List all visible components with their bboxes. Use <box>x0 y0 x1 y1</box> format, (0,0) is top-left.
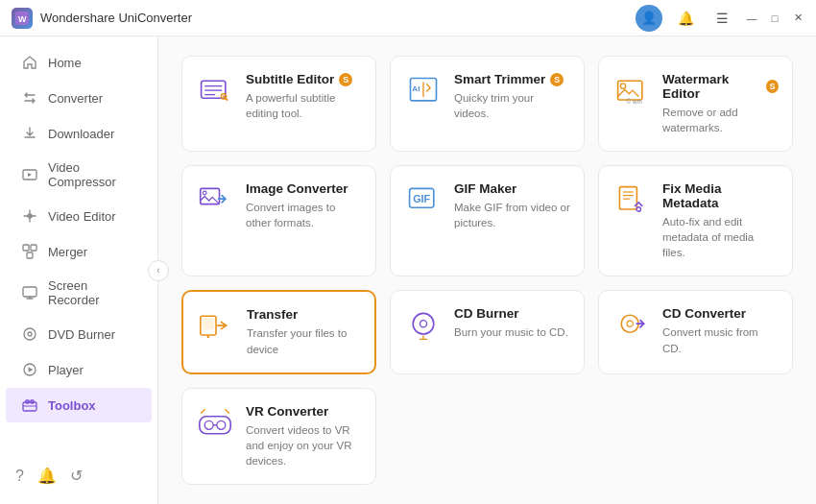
fix-media-metadata-title: Fix Media Metadata <box>662 181 779 210</box>
sidebar-item-home[interactable]: Home <box>6 45 152 80</box>
nav-list: HomeConverterDownloaderVideo CompressorV… <box>0 44 157 423</box>
svg-text:GIF: GIF <box>413 193 430 204</box>
vr-converter-title-text: VR Converter <box>246 404 328 419</box>
svg-rect-5 <box>31 245 36 251</box>
tool-card-watermark-editor[interactable]: © wmWatermark EditorSRemove or add water… <box>598 56 793 152</box>
sidebar-collapse-button[interactable]: ‹ <box>148 260 169 281</box>
tool-card-transfer[interactable]: TransferTransfer your files to device <box>181 290 376 373</box>
cd-burner-title: CD Burner <box>454 306 570 321</box>
svg-point-33 <box>636 207 641 212</box>
watermark-editor-icon: © wm <box>612 72 651 110</box>
svg-point-42 <box>204 420 213 429</box>
tool-card-cd-converter[interactable]: CD ConverterConvert music from CD. <box>598 290 793 373</box>
svg-rect-7 <box>23 287 36 297</box>
svg-point-26 <box>203 191 206 195</box>
tool-card-vr-converter[interactable]: VR ConverterConvert videos to VR and enj… <box>181 388 376 485</box>
subtitle-editor-icon <box>196 72 234 110</box>
fix-media-metadata-desc: Auto-fix and edit metadata of media file… <box>662 214 779 260</box>
close-button[interactable]: ✕ <box>791 12 804 25</box>
app-logo: W <box>12 8 33 29</box>
sidebar-item-dvd-burner[interactable]: DVD Burner <box>6 317 152 351</box>
sidebar-item-toolbox[interactable]: Toolbox <box>6 388 152 422</box>
sidebar-item-screen-recorder[interactable]: Screen Recorder <box>6 270 152 316</box>
titlebar: W Wondershare UniConverter 👤 🔔 ☰ — □ ✕ <box>0 0 816 36</box>
svg-point-43 <box>217 420 226 429</box>
menu-icon[interactable]: ☰ <box>708 5 735 32</box>
video-editor-icon <box>21 207 38 225</box>
refresh-icon[interactable]: ↺ <box>70 467 83 485</box>
image-converter-desc: Convert images to other formats. <box>246 200 362 230</box>
tool-card-image-converter[interactable]: Image ConverterConvert images to other f… <box>181 165 376 276</box>
main-layout: HomeConverterDownloaderVideo CompressorV… <box>0 36 816 504</box>
tool-card-cd-burner[interactable]: CD BurnerBurn your music to CD. <box>390 290 585 373</box>
transfer-desc: Transfer your files to device <box>247 325 361 356</box>
vr-converter-title: VR Converter <box>246 404 362 419</box>
svg-point-8 <box>24 328 36 340</box>
tool-card-subtitle-editor[interactable]: Subtitle EditorSA powerful subtitle edit… <box>181 56 376 152</box>
converter-icon <box>21 89 38 107</box>
dvd-burner-icon <box>21 325 38 343</box>
watermark-editor-desc: Remove or add watermarks. <box>662 105 779 135</box>
player-icon <box>21 361 38 378</box>
alert-icon[interactable]: 🔔 <box>37 467 57 485</box>
svg-text:© wm: © wm <box>627 98 642 105</box>
vr-converter-info: VR ConverterConvert videos to VR and enj… <box>246 404 362 468</box>
maximize-button[interactable]: □ <box>768 12 781 25</box>
sidebar-item-video-editor[interactable]: Video Editor <box>6 199 152 233</box>
cd-converter-icon <box>612 306 651 345</box>
notification-icon[interactable]: 🔔 <box>672 5 699 32</box>
video-compressor-label: Video Compressor <box>48 160 136 189</box>
svg-point-23 <box>620 84 625 88</box>
cd-burner-title-text: CD Burner <box>454 306 519 321</box>
svg-point-37 <box>413 314 434 335</box>
titlebar-controls: 👤 🔔 ☰ — □ ✕ <box>636 5 804 32</box>
screen-recorder-icon <box>21 284 38 301</box>
gif-maker-icon: GIF <box>404 181 443 220</box>
cd-converter-title-text: CD Converter <box>662 306 746 321</box>
transfer-info: TransferTransfer your files to device <box>247 307 361 356</box>
toolbox-icon <box>21 396 38 414</box>
sidebar-item-video-compressor[interactable]: Video Compressor <box>6 152 152 198</box>
smart-trimmer-badge: S <box>550 73 564 86</box>
watermark-editor-info: Watermark EditorSRemove or add watermark… <box>662 72 779 135</box>
converter-label: Converter <box>48 91 103 106</box>
gif-maker-info: GIF MakerMake GIF from video or pictures… <box>454 181 570 230</box>
subtitle-editor-badge: S <box>339 73 352 86</box>
sidebar-item-downloader[interactable]: Downloader <box>6 116 152 151</box>
tool-card-fix-media-metadata[interactable]: Fix Media MetadataAuto-fix and edit meta… <box>598 165 793 276</box>
smart-trimmer-desc: Quicky trim your videos. <box>454 90 570 121</box>
smart-trimmer-icon: AI <box>404 72 443 110</box>
content-area: Subtitle EditorSA powerful subtitle edit… <box>158 36 816 504</box>
svg-point-36 <box>207 336 210 339</box>
user-icon[interactable]: 👤 <box>636 5 662 32</box>
sidebar-item-converter[interactable]: Converter <box>6 81 152 115</box>
smart-trimmer-title-text: Smart Trimmer <box>454 72 545 86</box>
tools-grid: Subtitle EditorSA powerful subtitle edit… <box>181 56 793 485</box>
tool-card-gif-maker[interactable]: GIFGIF MakerMake GIF from video or pictu… <box>390 165 585 276</box>
sidebar: HomeConverterDownloaderVideo CompressorV… <box>0 36 158 504</box>
merger-icon <box>21 243 38 260</box>
downloader-icon <box>21 125 38 142</box>
minimize-button[interactable]: — <box>745 12 758 25</box>
cd-converter-desc: Convert music from CD. <box>662 324 779 355</box>
subtitle-editor-desc: A powerful subtitle editing tool. <box>246 90 362 121</box>
video-editor-label: Video Editor <box>48 209 116 224</box>
sidebar-item-player[interactable]: Player <box>6 352 152 387</box>
svg-text:AI: AI <box>412 84 420 93</box>
smart-trimmer-info: Smart TrimmerSQuicky trim your videos. <box>454 72 570 121</box>
svg-rect-6 <box>27 252 33 258</box>
sidebar-item-merger[interactable]: Merger <box>6 234 152 269</box>
gif-maker-title-text: GIF Maker <box>454 181 516 196</box>
fix-media-metadata-info: Fix Media MetadataAuto-fix and edit meta… <box>662 181 779 260</box>
fix-media-metadata-title-text: Fix Media Metadata <box>662 181 779 210</box>
svg-rect-29 <box>619 187 636 209</box>
svg-point-9 <box>28 332 32 336</box>
dvd-burner-label: DVD Burner <box>48 327 115 342</box>
fix-media-metadata-icon <box>612 181 651 220</box>
cd-converter-info: CD ConverterConvert music from CD. <box>662 306 779 355</box>
help-icon[interactable]: ? <box>15 468 24 485</box>
tool-card-smart-trimmer[interactable]: AISmart TrimmerSQuicky trim your videos. <box>390 56 585 152</box>
image-converter-icon <box>196 181 234 220</box>
transfer-title-text: Transfer <box>247 307 298 322</box>
player-label: Player <box>48 363 84 377</box>
